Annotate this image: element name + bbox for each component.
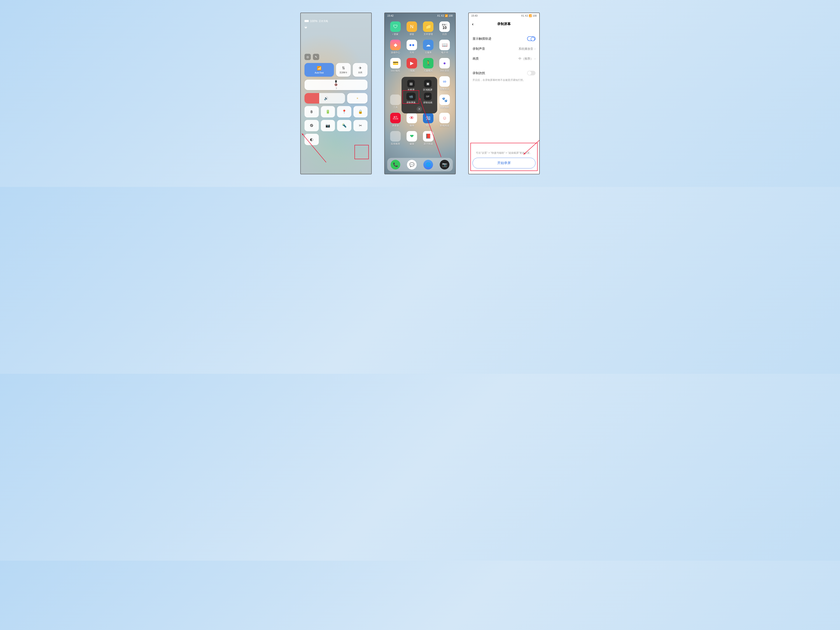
sound-mode-tile[interactable]: 📳 🔇 ☽ (305, 80, 368, 90)
toggle-on-icon[interactable] (527, 36, 535, 41)
app-label: 儿童模式 (423, 69, 433, 73)
setting-value: 中（推荐） (518, 57, 533, 60)
flashlight-icon: 🔦 (342, 123, 346, 128)
screenshot-tile[interactable]: ✂ (354, 120, 368, 131)
setting-subtitle: 开启后，在录制屏幕时将不会被悬浮通知打扰。 (469, 78, 539, 85)
app-pdd[interactable]: 春节不打烊拼多多 (388, 113, 403, 127)
app-label: 微博 (409, 124, 414, 127)
battery-status: 100% 正在充电 (305, 19, 368, 23)
page-header: ‹ 录制屏幕 (469, 19, 539, 30)
app-wallet[interactable]: 💳vivo 钱包 (388, 58, 403, 73)
app-ebook[interactable]: 📖电子书 (437, 40, 452, 54)
dock: 📞 💬 🌐 📷 (387, 158, 453, 171)
airplane-label: 关闭 (358, 71, 362, 74)
status-icons: X1 X2 📶 100 (521, 14, 537, 17)
app-notes[interactable]: N便签 (405, 21, 419, 36)
setting-touch-trace[interactable]: 显示触摸轨迹 (469, 33, 539, 44)
dock-messages[interactable]: 💬 (407, 160, 417, 169)
dock-browser[interactable]: 🌐 (423, 160, 433, 169)
camera-tile[interactable]: 📷 (321, 120, 335, 131)
settings-chip[interactable]: ◎ (305, 54, 311, 60)
mobile-data-tile[interactable]: ⇅ 无SIM卡 (336, 63, 351, 77)
setting-sound[interactable]: 录制声音 系统播放音› (469, 44, 539, 54)
popover-gif-record[interactable]: GIF录制动画 (420, 93, 436, 104)
flashlight-tile[interactable]: 🔦 (337, 120, 351, 131)
app-baidumap[interactable]: 🐾百度地图 (437, 95, 452, 109)
app-label: i 管家 (393, 33, 398, 36)
phone-home-screen: 15:42 X1 X2 📶 100 🛡i 管家 N便签 📁文件管理 星期二10日… (384, 13, 456, 174)
app-label: 便签 (409, 33, 414, 36)
camera-icon: 📷 (325, 123, 330, 128)
app-calendar[interactable]: 星期二10日历 (437, 21, 452, 36)
speed-tile[interactable]: 🛇 (305, 120, 319, 131)
phone-control-center: 100% 正在充电 ◒ ◎ ✎ 📶 AutoTest ⇅ 无SIM卡 ✈ 关闭 … (300, 13, 372, 174)
volume-icon: 🔊 (324, 96, 328, 100)
brightness-tile[interactable]: ☀ (347, 93, 368, 104)
contrast-icon: ◐ (310, 137, 313, 142)
popover-area-screenshot[interactable]: ▣区域截屏 (420, 80, 436, 92)
airplane-tile[interactable]: ✈ 关闭 (353, 63, 368, 77)
edit-chip[interactable]: ✎ (313, 54, 319, 60)
popover-long-screenshot[interactable]: ▤长截屏 (403, 80, 419, 92)
dock-phone[interactable]: 📞 (391, 160, 400, 169)
app-label: 工具 (393, 106, 398, 109)
app-label: 游戏中心 (391, 51, 400, 54)
app-label: 日历 (442, 33, 447, 36)
toggle-off-icon[interactable] (527, 71, 535, 76)
highlight-box (403, 90, 419, 104)
wifi-label: AutoTest (315, 71, 324, 74)
app-kidmode[interactable]: 🚶儿童模式 (421, 58, 435, 73)
app-label: 原子阅读 (423, 142, 433, 145)
app-label: 拼多多 (392, 124, 399, 127)
app-ivideo[interactable]: ▶i 视频 (405, 58, 419, 73)
app-smartlife[interactable]: ∞智慧生活 (437, 76, 452, 91)
location-icon: 📍 (342, 109, 346, 114)
wifi-tile[interactable]: 📶 AutoTest (305, 63, 334, 77)
app-label: 智慧生活 (440, 88, 449, 91)
batterysaver-tile[interactable]: 🔋 (321, 106, 335, 117)
app-transfer[interactable]: ●●互传 (405, 40, 419, 54)
moon-icon: ☽ (335, 87, 337, 90)
highlight-box (471, 143, 538, 171)
speed-icon: 🛇 (310, 123, 314, 128)
setting-quality[interactable]: 画质 中（推荐）› (469, 54, 539, 64)
status-time: 15:42 (387, 14, 393, 17)
data-icon: ⇅ (342, 66, 345, 70)
wifi-indicator-icon: ◒ (305, 25, 368, 28)
app-zhihu[interactable]: 知知乎 (421, 113, 435, 127)
setting-label: 画质 (472, 57, 479, 61)
app-label: 文件管理 (423, 33, 433, 36)
app-health[interactable]: ❤健康 (405, 131, 419, 145)
popover-close-button[interactable]: ✕ (417, 106, 422, 112)
volume-slider[interactable]: 🔊 (305, 93, 345, 104)
app-label: vivo 钱包 (391, 69, 400, 73)
setting-value: 系统播放音 (518, 47, 533, 51)
app-weibo[interactable]: 👁微博 (405, 113, 419, 127)
app-label: Jovi 语音 (440, 69, 449, 73)
app-jovi[interactable]: ●Jovi 语音 (437, 58, 452, 73)
app-atom-read[interactable]: 📕原子阅读 (421, 131, 435, 145)
mute-icon: 🔇 (335, 84, 338, 86)
vibrate-icon: 📳 (335, 80, 338, 83)
dock-camera[interactable]: 📷 (440, 160, 449, 169)
app-cloud[interactable]: ☁云服务 (421, 40, 435, 54)
app-files[interactable]: 📁文件管理 (421, 21, 435, 36)
rotation-lock-tile[interactable]: 🔒 (354, 106, 368, 117)
bluetooth-tile[interactable]: ฿ (305, 106, 319, 117)
app-imanager[interactable]: 🛡i 管家 (388, 21, 403, 36)
app-recommend-folder[interactable]: 应用推荐 (388, 131, 403, 145)
popover-label: 录制动画 (423, 101, 433, 104)
app-label: 互传 (409, 51, 414, 54)
highlight-box (354, 145, 369, 159)
status-time: 15:43 (471, 14, 478, 17)
battery-icon: 🔋 (325, 109, 330, 114)
app-video-read[interactable]: ☺影视阅读 (437, 113, 452, 127)
screenshot-icon: ✂ (359, 123, 362, 128)
setting-dnd[interactable]: 录制勿扰 (469, 68, 539, 78)
gif-icon: GIF (424, 93, 431, 100)
location-tile[interactable]: 📍 (337, 106, 351, 117)
back-button[interactable]: ‹ (472, 22, 474, 27)
app-gamecenter[interactable]: ◆游戏中心 (388, 40, 403, 54)
app-tools-folder[interactable]: 工具 (388, 95, 403, 109)
phone-record-settings: 15:43 X1 X2 📶 100 ‹ 录制屏幕 显示触摸轨迹 录制声音 系统播… (468, 13, 540, 174)
